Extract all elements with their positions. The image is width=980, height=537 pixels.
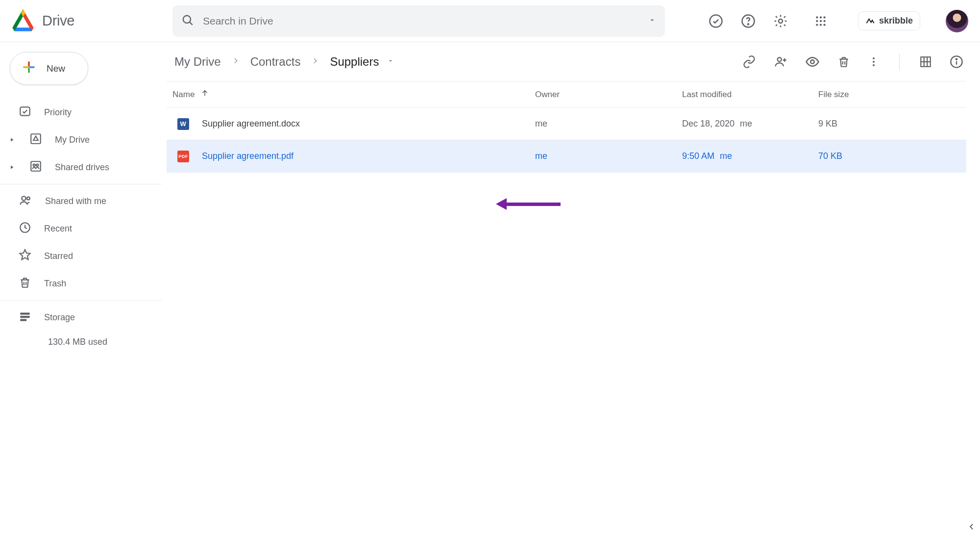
- chevron-right-icon: [232, 57, 240, 67]
- divider: [0, 300, 162, 301]
- more-actions-icon[interactable]: [868, 56, 880, 68]
- file-owner: me: [535, 119, 682, 129]
- svg-point-4: [748, 24, 749, 25]
- column-size[interactable]: File size: [818, 90, 966, 100]
- col-owner-label: Owner: [535, 90, 560, 99]
- sidebar-item-starred[interactable]: Starred: [0, 242, 167, 270]
- breadcrumb-mydrive[interactable]: My Drive: [172, 52, 223, 72]
- svg-point-12: [816, 24, 818, 26]
- sidebar-item-trash[interactable]: Trash: [0, 270, 167, 297]
- svg-point-10: [820, 20, 822, 22]
- sidebar-item-label: Storage: [44, 312, 75, 323]
- skribble-label: skribble: [879, 16, 913, 26]
- breadcrumb-suppliers[interactable]: Suppliers: [328, 52, 381, 72]
- header: Drive skribble: [0, 0, 980, 42]
- sidebar-item-mydrive[interactable]: My Drive: [0, 126, 167, 153]
- search-icon: [181, 14, 194, 28]
- svg-point-21: [27, 197, 30, 200]
- svg-line-1: [190, 22, 192, 25]
- svg-point-26: [778, 57, 782, 61]
- mydrive-icon: [29, 132, 42, 148]
- sidebar-item-storage[interactable]: Storage: [0, 304, 167, 331]
- storage-icon: [19, 310, 31, 325]
- chevron-right-icon: [311, 57, 319, 67]
- priority-icon: [19, 105, 31, 120]
- collapse-sidepanel-icon[interactable]: [967, 522, 976, 533]
- breadcrumb-contracts[interactable]: Contracts: [248, 52, 303, 72]
- star-icon: [19, 249, 31, 264]
- svg-point-8: [823, 16, 825, 18]
- help-icon[interactable]: [740, 13, 756, 29]
- column-modified[interactable]: Last modified: [682, 90, 818, 100]
- get-link-icon[interactable]: [742, 55, 756, 69]
- storage-used-text: 130.4 MB used: [0, 337, 167, 347]
- logo-block[interactable]: Drive: [11, 8, 172, 34]
- search-options-dropdown-icon[interactable]: [648, 16, 656, 26]
- details-info-icon[interactable]: [950, 55, 963, 69]
- file-modified: 9:50 AM me: [682, 151, 818, 161]
- svg-point-19: [36, 164, 38, 166]
- svg-point-30: [873, 64, 875, 66]
- annotation-arrow: [496, 198, 561, 210]
- svg-rect-15: [20, 107, 30, 115]
- sharedwithme-icon: [19, 193, 32, 209]
- svg-point-0: [183, 15, 191, 23]
- new-button[interactable]: New: [10, 52, 88, 85]
- recent-clock-icon: [19, 221, 31, 236]
- file-modified-date: 9:50 AM: [682, 151, 714, 161]
- plus-icon: [20, 58, 38, 78]
- search-bar[interactable]: [172, 5, 665, 37]
- svg-point-29: [873, 61, 875, 63]
- sidebar-item-recent[interactable]: Recent: [0, 215, 167, 242]
- svg-point-20: [22, 196, 25, 200]
- trash-icon: [19, 276, 31, 291]
- sidebar-item-label: Starred: [44, 251, 73, 261]
- sidebar-item-label: Shared with me: [45, 196, 106, 206]
- file-row[interactable]: W Supplier agreement.docx me Dec 18, 202…: [167, 108, 966, 140]
- file-modified-by: me: [740, 119, 752, 128]
- skribble-chip[interactable]: skribble: [858, 11, 920, 30]
- shareddrives-icon: [29, 160, 42, 175]
- column-name[interactable]: Name: [172, 89, 535, 100]
- file-modified-by: me: [720, 151, 732, 161]
- offline-ready-icon[interactable]: [708, 13, 724, 29]
- filetype-pdf-icon: PDF: [177, 151, 189, 162]
- selection-toolbar: [742, 53, 966, 70]
- svg-point-11: [823, 20, 825, 22]
- svg-rect-25: [20, 319, 26, 321]
- expand-caret-icon[interactable]: [7, 164, 17, 170]
- sidebar-item-shareddrives[interactable]: Shared drives: [0, 153, 167, 181]
- remove-trash-icon[interactable]: [837, 55, 850, 68]
- file-size: 9 KB: [818, 119, 966, 129]
- toolbar-separator: [899, 53, 900, 70]
- grid-view-icon[interactable]: [919, 55, 932, 68]
- sidebar-item-sharedwithme[interactable]: Shared with me: [0, 187, 167, 215]
- file-name: Supplier agreement.docx: [202, 119, 300, 129]
- svg-point-13: [820, 24, 822, 26]
- file-size: 70 KB: [818, 151, 966, 161]
- sidebar-item-label: Trash: [44, 279, 66, 289]
- expand-caret-icon[interactable]: [7, 137, 17, 143]
- svg-point-14: [823, 24, 825, 26]
- svg-point-27: [810, 60, 814, 64]
- svg-point-7: [820, 16, 822, 18]
- column-headers: Name Owner Last modified File size: [167, 81, 966, 108]
- breadcrumb-dropdown-icon[interactable]: [387, 57, 394, 67]
- sidebar-item-label: Priority: [44, 107, 72, 118]
- col-size-label: File size: [818, 90, 849, 99]
- column-owner[interactable]: Owner: [535, 90, 682, 100]
- settings-gear-icon[interactable]: [773, 13, 788, 29]
- svg-rect-17: [31, 161, 41, 171]
- divider: [0, 184, 162, 184]
- sidebar-item-priority[interactable]: Priority: [0, 99, 167, 126]
- sidebar-item-label: My Drive: [55, 135, 90, 145]
- svg-rect-24: [20, 315, 30, 317]
- file-row[interactable]: PDF Supplier agreement.pdf me 9:50 AM me…: [167, 140, 966, 173]
- account-avatar[interactable]: [946, 10, 968, 32]
- share-icon[interactable]: [774, 55, 787, 69]
- search-input[interactable]: [194, 15, 648, 27]
- preview-eye-icon[interactable]: [805, 54, 820, 69]
- drive-logo-icon: [11, 8, 35, 34]
- apps-grid-icon[interactable]: [813, 13, 829, 29]
- svg-point-2: [710, 15, 722, 27]
